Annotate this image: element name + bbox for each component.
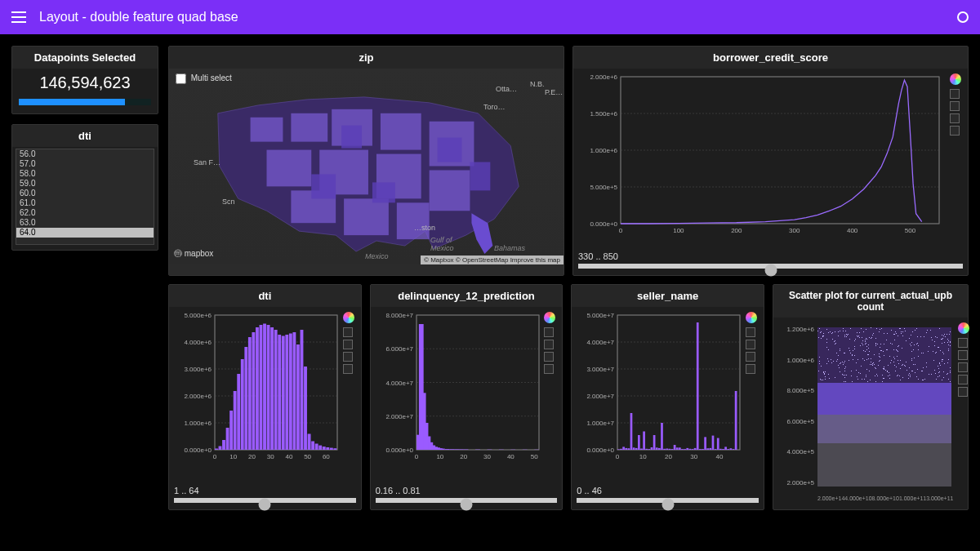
app-title: Layout - double feature quad base bbox=[39, 10, 957, 24]
reset-tool-icon[interactable] bbox=[958, 387, 968, 397]
dti-chart-title: dti bbox=[169, 285, 361, 307]
svg-rect-153 bbox=[640, 449, 643, 451]
svg-rect-160 bbox=[658, 448, 661, 450]
datapoints-progress-bar bbox=[19, 99, 151, 105]
reset-tool-icon[interactable] bbox=[950, 126, 960, 136]
svg-rect-177 bbox=[702, 449, 704, 450]
svg-text:0.000e+0: 0.000e+0 bbox=[590, 220, 617, 228]
list-item[interactable]: 63.0 bbox=[16, 218, 154, 228]
scatter-chart[interactable]: 1.200e+61.000e+68.000e+56.000e+54.000e+5… bbox=[773, 318, 968, 509]
credit-range-label: 330 .. 850 bbox=[578, 251, 963, 261]
dti-range-slider[interactable] bbox=[174, 498, 356, 503]
seller-chart-toolbar[interactable] bbox=[746, 312, 757, 374]
svg-rect-166 bbox=[674, 445, 676, 450]
save-tool-icon[interactable] bbox=[950, 113, 960, 123]
svg-rect-83 bbox=[323, 447, 326, 450]
boxzoom-tool-icon[interactable] bbox=[746, 340, 755, 349]
pan-tool-icon[interactable] bbox=[746, 327, 755, 337]
list-item[interactable]: 61.0 bbox=[16, 198, 154, 208]
credit-score-chart[interactable]: 0.000e+05.000e+51.000e+61.500e+62.000e+6… bbox=[578, 73, 963, 245]
seller-chart[interactable]: 0.000e+01.000e+72.000e+73.000e+74.000e+7… bbox=[577, 312, 759, 467]
svg-rect-75 bbox=[292, 332, 296, 450]
list-item[interactable]: 64.0 bbox=[16, 228, 154, 238]
map-attribution[interactable]: © Mapbox © OpenStreetMap Improve this ma… bbox=[421, 256, 564, 264]
save-tool-icon[interactable] bbox=[544, 352, 554, 362]
svg-text:10: 10 bbox=[639, 453, 647, 460]
credit-chart-toolbar[interactable] bbox=[950, 73, 961, 136]
bokeh-logo-icon bbox=[343, 312, 354, 323]
seller-range-slider[interactable] bbox=[577, 498, 759, 503]
svg-rect-148 bbox=[628, 448, 630, 450]
save-tool-icon[interactable] bbox=[958, 375, 968, 384]
svg-rect-62 bbox=[244, 347, 247, 450]
dti-chart-toolbar[interactable] bbox=[343, 312, 354, 374]
svg-rect-164 bbox=[669, 449, 671, 450]
svg-text:500: 500 bbox=[905, 227, 916, 234]
svg-rect-169 bbox=[681, 449, 684, 450]
list-item[interactable]: 62.0 bbox=[16, 208, 154, 218]
boxzoom-tool-icon[interactable] bbox=[343, 340, 353, 349]
svg-rect-56 bbox=[222, 440, 225, 450]
list-item[interactable]: 57.0 bbox=[16, 159, 154, 169]
pan-tool-icon[interactable] bbox=[544, 327, 554, 337]
credit-range-slider[interactable] bbox=[578, 264, 963, 269]
pan-tool-icon[interactable] bbox=[958, 338, 968, 348]
svg-text:0: 0 bbox=[414, 453, 418, 460]
reset-tool-icon[interactable] bbox=[544, 364, 554, 374]
zip-map-canvas[interactable]: Multi select Otta… Toro… N.B. P.E… San F… bbox=[169, 69, 564, 264]
delinquency-chart-title: delinquency_12_prediction bbox=[371, 285, 563, 307]
svg-rect-149 bbox=[630, 413, 633, 450]
svg-rect-54 bbox=[215, 449, 218, 451]
svg-rect-170 bbox=[684, 449, 687, 450]
list-item[interactable]: 59.0 bbox=[16, 179, 154, 189]
svg-text:0: 0 bbox=[213, 453, 217, 460]
svg-text:2.000e+6: 2.000e+6 bbox=[590, 73, 617, 81]
lasso-tool-icon[interactable] bbox=[958, 350, 968, 360]
svg-rect-162 bbox=[664, 449, 666, 450]
menu-icon[interactable] bbox=[11, 11, 26, 23]
scatter-chart-toolbar[interactable] bbox=[958, 322, 969, 397]
svg-text:100: 100 bbox=[673, 227, 684, 234]
datapoints-counter-panel: Datapoints Selected 146,594,623 bbox=[11, 46, 158, 114]
svg-text:0.000e+0: 0.000e+0 bbox=[184, 447, 212, 454]
pan-tool-icon[interactable] bbox=[950, 89, 960, 99]
svg-rect-82 bbox=[318, 446, 322, 450]
save-tool-icon[interactable] bbox=[343, 352, 353, 362]
svg-rect-67 bbox=[263, 324, 266, 451]
svg-rect-179 bbox=[707, 448, 710, 450]
svg-rect-167 bbox=[676, 447, 679, 450]
reset-tool-icon[interactable] bbox=[746, 364, 755, 374]
svg-text:6.000e+7: 6.000e+7 bbox=[385, 345, 413, 353]
boxzoom-tool-icon[interactable] bbox=[544, 340, 554, 349]
delinq-range-slider[interactable] bbox=[376, 498, 558, 503]
dti-listbox[interactable]: 56.057.058.059.060.061.062.063.064.0 bbox=[16, 149, 154, 245]
dti-chart-panel: dti 0.000e+01.000e+62.000e+63.000e+64.00… bbox=[168, 284, 362, 510]
delinq-chart-toolbar[interactable] bbox=[544, 312, 555, 374]
scatter-title: Scatter plot for current_actual_upb coun… bbox=[773, 285, 968, 318]
seller-chart-title: seller_name bbox=[572, 285, 764, 307]
dti-chart[interactable]: 0.000e+01.000e+62.000e+63.000e+64.000e+6… bbox=[174, 312, 356, 467]
svg-rect-173 bbox=[692, 449, 694, 450]
svg-text:10: 10 bbox=[229, 453, 237, 460]
boxzoom-tool-icon[interactable] bbox=[950, 101, 960, 111]
pan-tool-icon[interactable] bbox=[343, 327, 353, 337]
credit-score-title: borrower_credit_score bbox=[573, 47, 968, 69]
delinquency-chart[interactable]: 0.000e+02.000e+74.000e+76.000e+78.000e+7… bbox=[376, 312, 558, 467]
svg-text:30: 30 bbox=[691, 453, 698, 460]
list-item[interactable]: 60.0 bbox=[16, 189, 154, 198]
svg-text:200: 200 bbox=[731, 227, 742, 234]
svg-rect-64 bbox=[252, 332, 255, 450]
reset-tool-icon[interactable] bbox=[343, 364, 353, 374]
svg-rect-84 bbox=[326, 447, 329, 450]
svg-rect-71 bbox=[278, 335, 281, 450]
svg-text:40: 40 bbox=[716, 453, 724, 460]
svg-rect-65 bbox=[256, 327, 259, 450]
boxzoom-tool-icon[interactable] bbox=[958, 362, 968, 372]
svg-rect-80 bbox=[311, 442, 314, 451]
list-item[interactable]: 56.0 bbox=[16, 149, 154, 159]
list-item[interactable]: 58.0 bbox=[16, 169, 154, 179]
status-indicator-icon[interactable] bbox=[957, 11, 969, 23]
svg-rect-118 bbox=[459, 449, 464, 450]
svg-rect-175 bbox=[697, 322, 699, 450]
save-tool-icon[interactable] bbox=[746, 352, 755, 362]
